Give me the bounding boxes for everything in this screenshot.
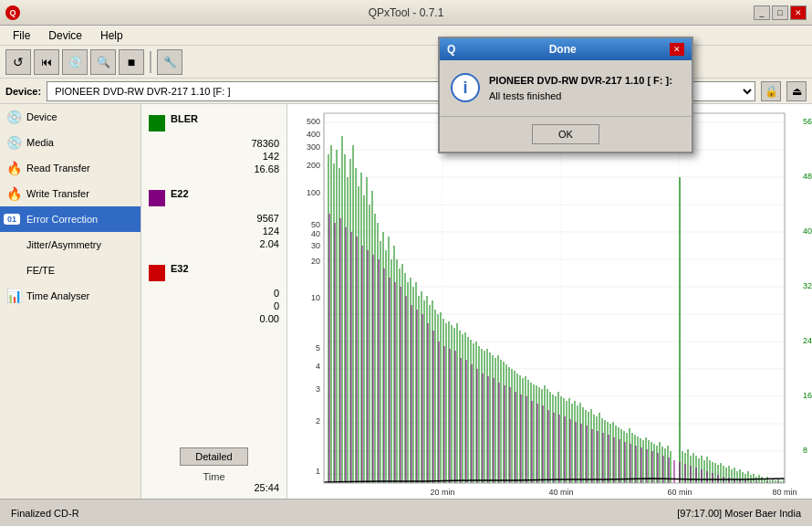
svg-text:10: 10	[311, 293, 320, 302]
app-icon: Q	[5, 5, 20, 20]
svg-text:20: 20	[311, 257, 320, 266]
chart-svg: 500 400 300 200 100 50 40 30 20 10 5 4 3…	[287, 104, 812, 499]
write-transfer-icon: 🔥	[5, 185, 22, 202]
e32-color	[149, 265, 165, 281]
sidebar: 💿 Device 💿 Media 🔥 Read Transfer 🔥 Write…	[0, 104, 141, 499]
media-icon: 💿	[5, 134, 22, 151]
svg-text:200: 200	[307, 161, 320, 170]
main-layout: 💿 Device 💿 Media 🔥 Read Transfer 🔥 Write…	[0, 104, 812, 499]
e22-info: E22	[171, 188, 189, 199]
sidebar-item-time-analyser[interactable]: 📊 Time Analyser	[0, 283, 141, 309]
jitter-icon	[5, 237, 22, 253]
svg-text:500: 500	[307, 117, 320, 126]
dialog-ok-button[interactable]: OK	[532, 124, 599, 144]
svg-text:16: 16	[803, 391, 812, 400]
minimize-button[interactable]: _	[754, 5, 770, 20]
center-panel: BLER 78360 142 16.68 E22 9567 124 2.04	[141, 104, 287, 499]
sidebar-item-jitter[interactable]: Jitter/Asymmetry	[0, 232, 141, 258]
svg-text:80 min: 80 min	[772, 488, 796, 497]
svg-text:8: 8	[803, 446, 807, 455]
svg-text:30: 30	[311, 241, 320, 250]
toolbar-btn-stop[interactable]: ■	[119, 49, 144, 75]
bler-legend: BLER	[141, 110, 286, 135]
fe-te-icon	[5, 262, 22, 279]
bler-color	[149, 115, 165, 132]
svg-text:40: 40	[311, 229, 320, 238]
device-label: Device:	[5, 86, 41, 97]
toolbar-btn-rewind[interactable]: ⏮	[34, 49, 59, 75]
svg-text:300: 300	[307, 142, 320, 152]
dialog-info-icon: i	[451, 73, 480, 102]
svg-text:50: 50	[311, 220, 320, 229]
e32-legend: E32	[141, 259, 286, 285]
bler-stats: 78360 142 16.68	[141, 135, 286, 177]
error-correction-icon: 01	[5, 211, 22, 227]
dialog-body: i PIONEER DVD-RW DVR-217 1.10 [ F: ]: Al…	[440, 60, 692, 116]
menu-file[interactable]: File	[4, 27, 39, 44]
dialog-text: PIONEER DVD-RW DVR-217 1.10 [ F: ]: All …	[489, 73, 672, 103]
dialog-titlebar: Q Done ✕	[440, 38, 692, 60]
status-bar: Finalized CD-R [97:17.00] Moser Baer Ind…	[0, 499, 812, 526]
toolbar-btn-settings[interactable]: 🔧	[157, 49, 182, 75]
status-left: Finalized CD-R	[11, 508, 79, 519]
read-transfer-icon: 🔥	[5, 160, 22, 176]
svg-text:32: 32	[803, 281, 812, 290]
svg-text:5: 5	[316, 343, 320, 352]
svg-text:20 min: 20 min	[430, 488, 454, 497]
svg-text:48: 48	[803, 172, 812, 181]
status-right: [97:17.00] Moser Baer India	[677, 508, 801, 519]
svg-text:4: 4	[316, 362, 320, 371]
time-analyser-icon: 📊	[5, 288, 22, 304]
svg-text:1: 1	[316, 467, 320, 476]
toolbar-separator	[150, 51, 151, 73]
close-button[interactable]: ✕	[790, 5, 807, 20]
sidebar-item-fe-te[interactable]: FE/TE	[0, 258, 141, 283]
sidebar-item-media[interactable]: 💿 Media	[0, 130, 141, 155]
dialog-title-icon: Q	[447, 43, 455, 56]
menu-help[interactable]: Help	[91, 27, 132, 44]
device-lock-btn[interactable]: 🔒	[761, 81, 781, 101]
svg-text:2: 2	[316, 416, 320, 426]
device-icon: 💿	[5, 109, 22, 125]
e32-info: E32	[171, 263, 189, 274]
sidebar-item-write-transfer[interactable]: 🔥 Write Transfer	[0, 181, 141, 206]
svg-text:40 min: 40 min	[548, 488, 573, 497]
device-eject-btn[interactable]: ⏏	[786, 81, 807, 101]
menu-device[interactable]: Device	[39, 27, 91, 44]
svg-text:100: 100	[307, 188, 320, 197]
toolbar-btn-refresh[interactable]: ↺	[5, 49, 31, 75]
dialog-device-text: PIONEER DVD-RW DVR-217 1.10 [ F: ]:	[489, 73, 672, 89]
time-label: Time	[141, 471, 286, 482]
dialog-close-button[interactable]: ✕	[670, 43, 684, 56]
title-bar-left: Q	[5, 5, 20, 20]
dialog-message: All tests finished	[489, 89, 672, 104]
maximize-button[interactable]: □	[772, 5, 788, 20]
done-dialog: Q Done ✕ i PIONEER DVD-RW DVR-217 1.10 […	[438, 37, 693, 153]
e32-stats: 0 0 0.00	[141, 285, 286, 327]
time-value: 25:44	[141, 482, 286, 493]
svg-text:56: 56	[803, 117, 812, 126]
sidebar-item-device[interactable]: 💿 Device	[0, 104, 141, 130]
e22-legend: E22	[141, 184, 286, 210]
svg-text:24: 24	[803, 336, 812, 345]
bler-info: BLER	[171, 113, 198, 124]
svg-text:400: 400	[307, 130, 320, 139]
toolbar-btn-zoom[interactable]: 🔍	[90, 49, 116, 75]
svg-text:60 min: 60 min	[667, 488, 692, 497]
dialog-footer: OK	[440, 116, 692, 152]
title-bar: Q QPxTool - 0.7.1 _ □ ✕	[0, 0, 812, 26]
sidebar-item-error-correction[interactable]: 01 Error Correction	[0, 206, 141, 232]
title-bar-buttons: _ □ ✕	[754, 5, 807, 20]
app-title: QPxTool - 0.7.1	[369, 6, 444, 19]
svg-text:40: 40	[803, 226, 812, 236]
detailed-button[interactable]: Detailed	[180, 447, 247, 466]
e22-stats: 9567 124 2.04	[141, 210, 286, 252]
chart-area: 500 400 300 200 100 50 40 30 20 10 5 4 3…	[287, 104, 812, 499]
toolbar-btn-disc[interactable]: 💿	[62, 49, 88, 75]
sidebar-item-read-transfer[interactable]: 🔥 Read Transfer	[0, 155, 141, 181]
dialog-title-text: Done	[549, 43, 577, 56]
e22-color	[149, 190, 165, 206]
svg-text:3: 3	[316, 384, 320, 394]
